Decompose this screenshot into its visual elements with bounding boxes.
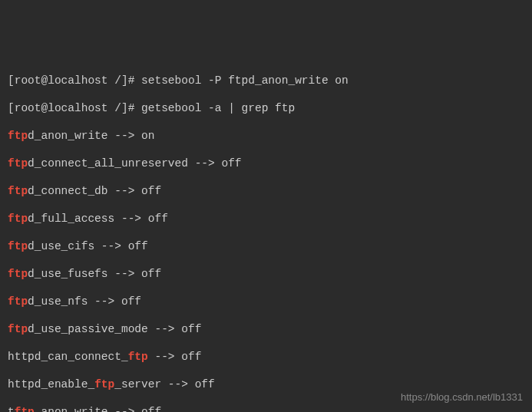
sebool-line: httpd_can_connect_ftp --> off [8, 350, 524, 364]
command-line: [root@localhost /]# setsebool -P ftpd_an… [8, 74, 524, 87]
prompt: [root@localhost /]# [8, 74, 134, 87]
sebool-line: ftpd_use_fusefs --> off [8, 267, 524, 281]
prompt: [root@localhost /]# [8, 102, 134, 114]
sebool-line: ftpd_use_cifs --> off [8, 239, 524, 253]
command-line: [root@localhost /]# getsebool -a | grep … [8, 101, 524, 115]
sebool-line: httpd_enable_ftp_server --> off [8, 377, 524, 391]
sebool-line: ftpd_full_access --> off [8, 212, 524, 226]
sebool-line: ftpd_use_nfs --> off [8, 295, 524, 308]
command-text: setsebool -P ftpd_anon_write on [141, 74, 349, 87]
grep-match: ftp [8, 185, 28, 197]
sebool-line: ftpd_use_passive_mode --> off [8, 322, 524, 336]
terminal-output: [root@localhost /]# setsebool -P ftpd_an… [8, 60, 524, 412]
grep-match: ftp [8, 157, 28, 170]
grep-match: ftp [15, 406, 35, 412]
command-text: getsebool -a | grep ftp [141, 102, 295, 114]
grep-match: ftp [8, 323, 28, 335]
watermark: https://blog.csdn.net/lb1331 [401, 391, 523, 404]
grep-match: ftp [8, 295, 28, 308]
sebool-line: ftpd_connect_db --> off [8, 184, 524, 198]
grep-match: ftp [8, 268, 28, 280]
sebool-line: ftpd_connect_all_unreserved --> off [8, 157, 524, 170]
grep-match: ftp [128, 351, 148, 363]
sebool-line: ftpd_anon_write --> on [8, 129, 524, 143]
grep-match: ftp [8, 130, 28, 142]
sebool-line: tftp_anon_write --> off [8, 405, 524, 412]
grep-match: ftp [94, 378, 114, 391]
grep-match: ftp [8, 240, 28, 252]
grep-match: ftp [8, 213, 28, 225]
